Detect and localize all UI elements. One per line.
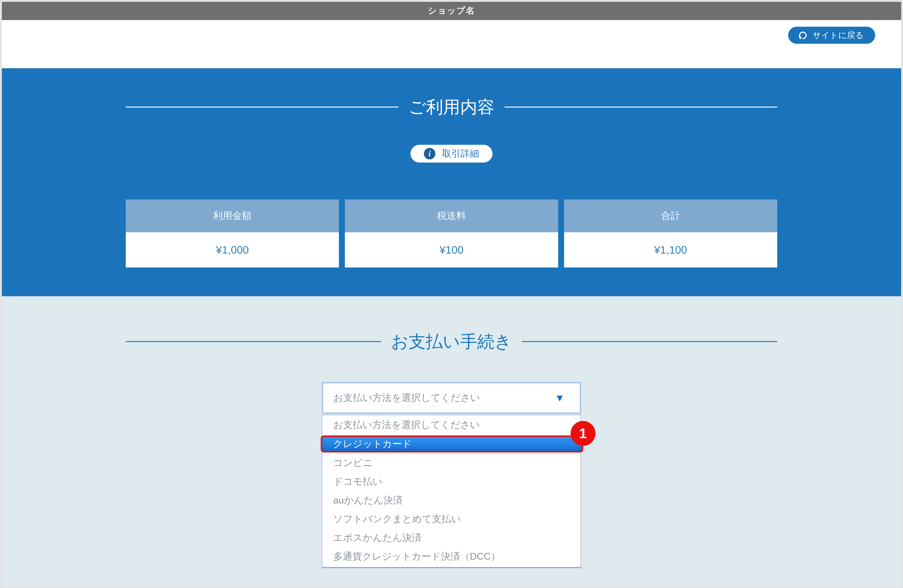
amount-column-total: 合計 ¥1,100 <box>564 199 777 268</box>
column-header: 利用金額 <box>126 199 339 232</box>
payment-method-select-wrap: お支払い方法を選択してください ▼ お支払い方法を選択してください クレジットカ… <box>322 382 581 568</box>
amount-table: 利用金額 ¥1,000 税送料 ¥100 合計 ¥1,100 <box>126 199 777 268</box>
payment-option-au[interactable]: auかんたん決済 <box>322 491 580 510</box>
payment-option-softbank[interactable]: ソフトバンクまとめて支払い <box>322 510 580 528</box>
payment-title-row: お支払い手続き <box>126 331 777 353</box>
payment-method-select-value: お支払い方法を選択してください <box>334 391 480 404</box>
info-icon-glyph: i <box>428 149 431 158</box>
annotation-step-badge: 1 <box>571 421 595 446</box>
page: ショップ名 サイトに戻る ご利用内容 i 取引詳細 利用金額 ¥1, <box>2 2 901 586</box>
column-value: ¥1,000 <box>126 232 339 268</box>
payment-title: お支払い手続き <box>391 331 512 353</box>
return-to-site-button[interactable]: サイトに戻る <box>788 27 875 44</box>
amount-column-usage: 利用金額 ¥1,000 <box>126 199 339 268</box>
payment-method-select[interactable]: お支払い方法を選択してください ▼ <box>322 382 581 414</box>
usage-title: ご利用内容 <box>409 96 494 118</box>
topbar: ショップ名 <box>2 2 901 20</box>
payment-option-convenience-store[interactable]: コンビニ <box>322 453 580 472</box>
chevron-down-icon: ▼ <box>555 392 573 403</box>
payment-option-dcc[interactable]: 多通貨クレジットカード決済（DCC） <box>322 547 580 566</box>
payment-method-dropdown: お支払い方法を選択してください クレジットカード 1 コンビニ ドコモ払い au… <box>322 415 581 568</box>
header-band: サイトに戻る <box>2 20 901 68</box>
title-rule-right <box>505 107 777 108</box>
usage-title-row: ご利用内容 <box>126 96 777 118</box>
column-value: ¥1,100 <box>564 232 777 268</box>
title-rule-right <box>522 341 777 342</box>
return-arrow-icon <box>797 30 808 41</box>
payment-option-epos[interactable]: エポスかんたん決済 <box>322 528 580 547</box>
column-header: 合計 <box>564 199 777 232</box>
info-icon: i <box>424 148 435 160</box>
shop-name: ショップ名 <box>428 5 475 17</box>
payment-section: お支払い手続き お支払い方法を選択してください ▼ お支払い方法を選択してくださ… <box>2 296 901 587</box>
payment-option-placeholder[interactable]: お支払い方法を選択してください <box>322 416 580 434</box>
title-rule-left <box>126 341 381 342</box>
payment-option-credit-card[interactable]: クレジットカード 1 <box>321 436 583 453</box>
title-rule-left <box>126 107 398 108</box>
column-header: 税送料 <box>345 199 558 232</box>
return-button-label: サイトに戻る <box>813 30 864 41</box>
transaction-detail-button[interactable]: i 取引詳細 <box>411 145 492 163</box>
column-value: ¥100 <box>345 232 558 268</box>
payment-option-docomo[interactable]: ドコモ払い <box>322 472 580 491</box>
usage-section: ご利用内容 i 取引詳細 利用金額 ¥1,000 税送料 ¥100 合計 ¥1,… <box>2 68 901 296</box>
amount-column-tax: 税送料 ¥100 <box>345 199 558 268</box>
transaction-detail-label: 取引詳細 <box>442 147 479 160</box>
